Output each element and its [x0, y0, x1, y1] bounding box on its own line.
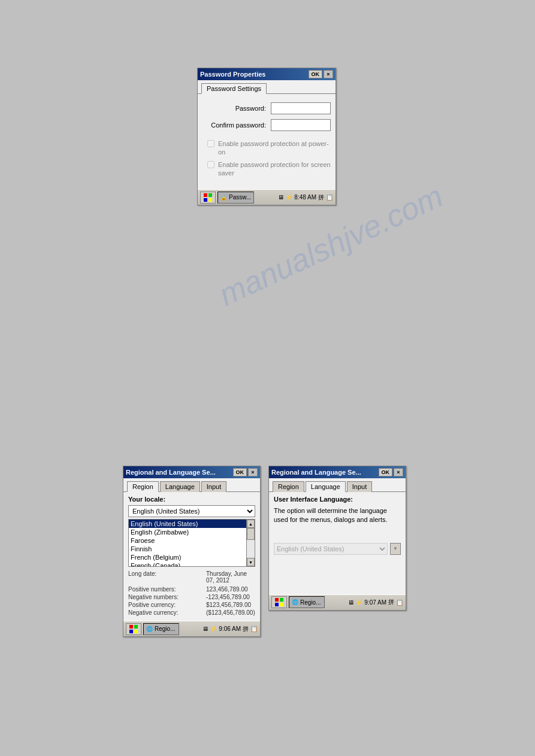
positive-numbers-row: Positive numbers: 123,456,789.00 — [128, 586, 255, 593]
regional-right-lang-icon: 拼 — [388, 598, 394, 606]
long-date-value: Thursday, June 07, 2012 — [206, 570, 255, 584]
tab-password-settings[interactable]: Password Settings — [201, 83, 267, 94]
regional-left-clock: 9:06 AM — [219, 626, 241, 632]
regional-left-tray-icon: 📋 — [250, 626, 258, 632]
confirm-row: Confirm password: — [202, 119, 331, 131]
password-dialog: Password Properties OK × Password Settin… — [197, 68, 336, 205]
regional-left-start-button[interactable] — [126, 623, 141, 635]
regional-right-dialog: Regional and Language Se... OK × Region … — [268, 466, 406, 611]
password-label: Password: — [202, 105, 271, 112]
svg-rect-2 — [204, 198, 207, 202]
lang-description: The option will determine the language u… — [274, 506, 401, 525]
regional-left-taskbar-label: Regio... — [155, 626, 175, 632]
locale-label: Your locale: — [128, 496, 255, 503]
locale-dropdown[interactable]: English (United States) — [128, 505, 255, 517]
scroll-down-btn[interactable]: ▼ — [247, 558, 255, 566]
lang-dropdown-arrow: ▼ — [390, 543, 401, 555]
regional-right-taskbar-label: Regio... — [300, 599, 321, 606]
list-item-3[interactable]: Finnish — [129, 545, 246, 553]
svg-rect-7 — [134, 630, 138, 633]
regional-left-close-button[interactable]: × — [248, 468, 258, 476]
tab-region-left[interactable]: Region — [127, 481, 159, 492]
password-taskbar-label: Passw... — [229, 194, 251, 201]
password-dialog-title: Password Properties — [200, 71, 309, 78]
ok-button[interactable]: OK — [309, 70, 323, 78]
password-title-bar: Password Properties OK × — [198, 68, 335, 80]
confirm-label: Confirm password: — [202, 122, 271, 129]
regional-right-title-bar: Regional and Language Se... OK × — [269, 466, 406, 478]
numbers-info: Positive numbers: 123,456,789.00 Negativ… — [128, 586, 255, 616]
long-date-label: Long date: — [128, 570, 206, 584]
regional-right-content: User Interface Language: The option will… — [269, 492, 406, 558]
regional-left-tab-bar: Region Language Input — [123, 478, 260, 492]
regional-left-taskbar-item[interactable]: 🌐 Regio... — [143, 623, 179, 635]
list-item-0[interactable]: English (United States) — [129, 520, 246, 528]
lang-section-title: User Interface Language: — [274, 496, 401, 503]
regional-right-taskbar-item[interactable]: 🌐 Regio... — [289, 596, 325, 608]
svg-rect-3 — [208, 198, 212, 202]
tray-monitor-icon: 🖥 — [278, 194, 284, 201]
tray-monitor-icon-right: 🖥 — [348, 599, 354, 606]
tray-battery-icon-left: ⚡ — [210, 626, 217, 632]
list-item-1[interactable]: English (Zimbabwe) — [129, 528, 246, 536]
tab-input-left[interactable]: Input — [201, 481, 226, 492]
tray-battery-icon-right: ⚡ — [355, 599, 362, 606]
scroll-thumb[interactable] — [247, 528, 255, 540]
password-tray: 🖥 ⚡ 8:48 AM 拼 📋 — [278, 193, 333, 202]
negative-currency-value: ($123,456,789.00) — [206, 609, 255, 616]
lang-dropdown: English (United States) — [274, 543, 388, 555]
password-lang-icon: 拼 — [318, 193, 324, 202]
checkbox-power-on-row: Enable password protection at power-on — [202, 139, 331, 157]
password-tray-icon: 📋 — [326, 194, 333, 201]
svg-rect-9 — [280, 598, 283, 602]
negative-numbers-value: -123,456,789.00 — [206, 594, 255, 600]
svg-rect-4 — [129, 625, 133, 629]
regional-left-ok-button[interactable]: OK — [233, 468, 247, 476]
positive-currency-row: Positive currency: $123,456,789.00 — [128, 602, 255, 608]
tray-monitor-icon-left: 🖥 — [202, 626, 208, 632]
password-input[interactable] — [271, 102, 331, 114]
regional-right-ok-button[interactable]: OK — [379, 468, 393, 476]
svg-rect-11 — [280, 603, 283, 606]
list-item-5[interactable]: French (Canada) — [129, 561, 246, 566]
positive-numbers-value: 123,456,789.00 — [206, 586, 255, 593]
positive-currency-value: $123,456,789.00 — [206, 602, 255, 608]
tab-language-right[interactable]: Language — [306, 481, 346, 492]
password-start-button[interactable] — [200, 192, 216, 204]
locale-scrollbar[interactable]: ▲ ▼ — [246, 520, 255, 566]
regional-right-close-button[interactable]: × — [394, 468, 403, 476]
negative-numbers-row: Negative numbers: -123,456,789.00 — [128, 594, 255, 600]
long-date-row: Long date: Thursday, June 07, 2012 — [128, 570, 255, 584]
close-button[interactable]: × — [324, 70, 333, 78]
regional-right-title-buttons: OK × — [379, 468, 404, 476]
regional-left-taskbar: 🌐 Regio... 🖥 ⚡ 9:06 AM 拼 📋 — [123, 621, 260, 636]
positive-numbers-label: Positive numbers: — [128, 586, 206, 593]
confirm-input[interactable] — [271, 119, 331, 131]
regional-right-taskbar: 🌐 Regio... 🖥 ⚡ 9:07 AM 拼 📋 — [269, 594, 406, 610]
scroll-up-btn[interactable]: ▲ — [247, 520, 255, 528]
password-content: Password: Confirm password: Enable passw… — [198, 94, 335, 189]
tab-region-right[interactable]: Region — [273, 481, 304, 492]
tab-input-right[interactable]: Input — [347, 481, 372, 492]
list-item-2[interactable]: Faroese — [129, 536, 246, 545]
tab-language-left[interactable]: Language — [160, 481, 200, 492]
regional-right-tray-icons: 🖥 ⚡ — [348, 599, 362, 606]
regional-right-dialog-title: Regional and Language Se... — [271, 469, 379, 476]
svg-rect-10 — [275, 603, 279, 606]
password-taskbar-item[interactable]: 🔒 Passw... — [217, 192, 254, 204]
regional-right-start-button[interactable] — [271, 596, 287, 608]
scroll-track — [247, 528, 255, 558]
checkbox-screensaver-row: Enable password protection for screen sa… — [202, 160, 331, 178]
regional-right-tab-bar: Region Language Input — [269, 478, 406, 492]
checkbox-screensaver[interactable] — [207, 161, 214, 168]
password-tray-icons: 🖥 ⚡ — [278, 194, 292, 201]
checkbox-screensaver-label: Enable password protection for screen sa… — [218, 160, 331, 178]
checkbox-power-on[interactable] — [207, 140, 214, 147]
list-item-4[interactable]: French (Belgium) — [129, 553, 246, 561]
svg-rect-0 — [204, 193, 207, 197]
negative-currency-label: Negative currency: — [128, 609, 206, 616]
tray-battery-icon: ⚡ — [285, 194, 292, 201]
regional-left-lang-icon: 拼 — [243, 625, 249, 633]
regional-left-dialog: Regional and Language Se... OK × Region … — [123, 466, 261, 637]
regional-left-dialog-title: Regional and Language Se... — [126, 469, 233, 476]
